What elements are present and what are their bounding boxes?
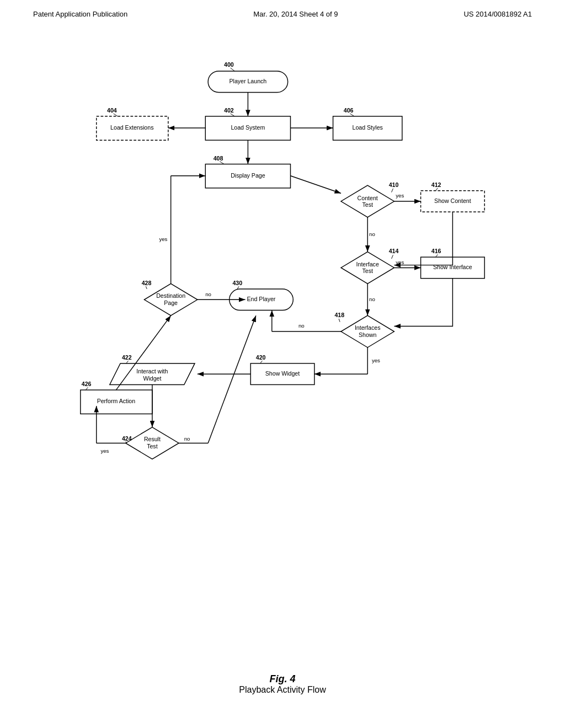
show-content-label: Show Content bbox=[434, 197, 471, 204]
n428-label: 428 bbox=[142, 280, 152, 286]
n406-label: 406 bbox=[344, 107, 354, 114]
show-interface-label: Show Interface bbox=[433, 264, 472, 270]
load-extensions-label: Load Extensions bbox=[110, 124, 153, 131]
svg-line-3 bbox=[231, 68, 235, 71]
interact-widget-label2: Widget bbox=[143, 375, 161, 382]
page-header: Patent Application Publication Mar. 20, … bbox=[0, 0, 565, 18]
show-widget-label: Show Widget bbox=[265, 370, 300, 377]
n430-label: 430 bbox=[232, 280, 242, 286]
header-right: US 2014/0081892 A1 bbox=[463, 10, 532, 18]
header-left: Patent Application Publication bbox=[33, 10, 127, 18]
svg-line-31 bbox=[339, 319, 340, 322]
result-test-label2: Test bbox=[147, 443, 157, 449]
result-test-label: Result bbox=[144, 436, 161, 442]
n424-label: 424 bbox=[122, 435, 132, 442]
n400-label: 400 bbox=[224, 61, 234, 68]
interfaces-shown-label2: Shown bbox=[359, 331, 376, 338]
player-launch-label: Player Launch bbox=[229, 78, 266, 84]
content-test-label2: Test bbox=[362, 201, 372, 208]
svg-line-25 bbox=[392, 255, 393, 259]
interface-test-label2: Test bbox=[362, 267, 372, 274]
n418-label: 418 bbox=[334, 312, 344, 318]
n408-label: 408 bbox=[214, 155, 223, 162]
svg-line-21 bbox=[436, 188, 438, 191]
svg-line-16 bbox=[290, 176, 341, 194]
svg-line-50 bbox=[208, 315, 256, 443]
yes-label-3: yes bbox=[372, 357, 380, 363]
interact-widget-label: Interact with bbox=[136, 368, 168, 374]
svg-line-53 bbox=[146, 286, 147, 289]
n410-label: 410 bbox=[389, 181, 399, 188]
yes-label-2: yes bbox=[396, 259, 404, 265]
destination-page-label: Destination bbox=[156, 292, 185, 299]
n420-label: 420 bbox=[256, 354, 266, 361]
perform-action-label: Perform Action bbox=[97, 398, 136, 404]
figure-caption: Fig. 4 Playback Activity Flow bbox=[0, 673, 565, 695]
n422-label: 422 bbox=[122, 354, 132, 361]
svg-line-6 bbox=[231, 114, 235, 116]
svg-line-58 bbox=[237, 286, 239, 289]
svg-line-9 bbox=[114, 114, 118, 116]
no-label-5: no bbox=[205, 291, 211, 297]
n426-label: 426 bbox=[82, 381, 92, 387]
yes-label-5: yes bbox=[159, 236, 167, 242]
n402-label: 402 bbox=[224, 107, 234, 114]
n404-label: 404 bbox=[107, 107, 117, 114]
yes-label-4: yes bbox=[100, 448, 109, 454]
interfaces-shown-label: Interfaces bbox=[355, 324, 381, 331]
diagram-container: Player Launch 400 Load System 402 Load E… bbox=[33, 55, 532, 640]
no-label-3: no bbox=[299, 323, 305, 329]
svg-line-18 bbox=[392, 189, 393, 192]
yes-label-1: yes bbox=[396, 192, 404, 199]
no-label-4: no bbox=[184, 436, 190, 442]
interface-test-label: Interface bbox=[356, 261, 379, 267]
load-styles-label: Load Styles bbox=[353, 124, 383, 131]
load-system-label: Load System bbox=[231, 124, 265, 131]
svg-line-12 bbox=[350, 114, 354, 116]
header-middle: Mar. 20, 2014 Sheet 4 of 9 bbox=[253, 10, 338, 18]
n416-label: 416 bbox=[431, 248, 441, 254]
destination-page-label2: Page bbox=[164, 299, 178, 306]
display-page-label: Display Page bbox=[231, 172, 265, 179]
n412-label: 412 bbox=[431, 181, 441, 188]
no-label-2: no bbox=[369, 296, 375, 302]
no-label-1: no bbox=[369, 231, 375, 237]
content-test-label: Content bbox=[358, 195, 378, 201]
figure-description: Playback Activity Flow bbox=[0, 685, 565, 695]
n414-label: 414 bbox=[389, 248, 399, 254]
end-player-label: End Player bbox=[247, 296, 276, 302]
figure-label: Fig. 4 bbox=[0, 673, 565, 685]
